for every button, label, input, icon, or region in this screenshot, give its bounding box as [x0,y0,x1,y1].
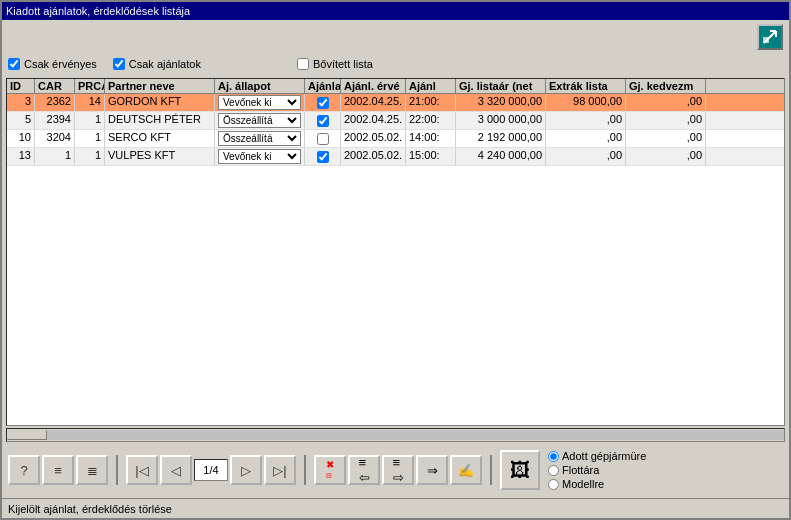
status-dropdown[interactable]: Vevőnek kiÖsszeállítá [218,149,301,164]
csak-ajanlatok-label: Csak ajánlatok [129,58,201,70]
radio-flottara[interactable] [548,465,559,476]
table-cell: 3204 [35,130,75,147]
csak-ajanlatok-checkbox[interactable] [113,58,125,70]
col-header-aj-allapot[interactable]: Aj. állapot [215,79,305,93]
list1-icon: ≡ [54,463,62,478]
table-cell: 5 [7,112,35,129]
sep1 [116,455,118,485]
scrollbar-thumb[interactable] [7,430,47,440]
table-cell: SERCO KFT [105,130,215,147]
table-cell[interactable]: Vevőnek kiÖsszeállítá [215,112,305,129]
radio-modellre-label: Modellre [562,478,604,490]
radio-flottara-label: Flottára [562,464,599,476]
status-dropdown[interactable]: Vevőnek kiÖsszeállítá [218,113,301,128]
table-row[interactable]: 3236214GORDON KFTVevőnek kiÖsszeállítá20… [7,94,784,112]
first-icon: |◁ [135,463,148,478]
ajanlat-checkbox[interactable] [317,115,329,127]
col-header-partner[interactable]: Partner neve [105,79,215,93]
table-cell: 10 [7,130,35,147]
next-button[interactable]: ▷ [230,455,262,485]
bottom-toolbar: ? ≡ ≣ |◁ ◁ 1/4 ▷ ▷| [2,442,789,498]
scrollbar-track [7,430,784,440]
status-text: Kijelölt ajánlat, érdeklődés törlése [8,503,172,515]
table-cell[interactable] [305,112,341,129]
svg-rect-0 [763,37,769,43]
csak-ervenyes-label: Csak érvényes [24,58,97,70]
top-area [2,20,789,52]
table-cell: 14:00: [406,130,456,147]
table-cell: 1 [35,148,75,165]
ajanlat-checkbox[interactable] [317,151,329,163]
col-header-extrak[interactable]: Extrák lista [546,79,626,93]
table-cell[interactable] [305,148,341,165]
action5-button[interactable]: ✍ [450,455,482,485]
col-header-gj-kedvezm[interactable]: Gj. kedvezm [626,79,706,93]
table-cell[interactable]: Vevőnek kiÖsszeállítá [215,94,305,111]
action-group: ✖⊟ ≡⇦ ≡⇨ ⇒ ✍ [314,455,482,485]
action1-icon: ✖⊟ [326,460,334,480]
export-button[interactable] [757,24,783,50]
horizontal-scrollbar[interactable] [6,428,785,442]
table-cell: 1 [75,130,105,147]
bovitett-lista-group: Bővített lista [297,58,373,70]
col-header-ajanlat[interactable]: Ajánlat [305,79,341,93]
table-cell: ,00 [626,112,706,129]
action1-button[interactable]: ✖⊟ [314,455,346,485]
table-cell: ,00 [626,130,706,147]
sep2 [304,455,306,485]
sep3 [490,455,492,485]
col-header-gj-listaar[interactable]: Gj. listaár (net [456,79,546,93]
csak-ervenyes-checkbox[interactable] [8,58,20,70]
table-cell[interactable]: Vevőnek kiÖsszeállítá [215,148,305,165]
help-group: ? ≡ ≣ [8,455,108,485]
action3-button[interactable]: ≡⇨ [382,455,414,485]
table-cell: 22:00: [406,112,456,129]
action4-button[interactable]: ⇒ [416,455,448,485]
table-cell[interactable]: Vevőnek kiÖsszeállítá [215,130,305,147]
table-row[interactable]: 523941DEUTSCH PÉTERVevőnek kiÖsszeállítá… [7,112,784,130]
table-header: ID CAR PRCA Partner neve Aj. állapot Ajá… [7,79,784,94]
list1-button[interactable]: ≡ [42,455,74,485]
table-cell: 3 000 000,00 [456,112,546,129]
action2-button[interactable]: ≡⇦ [348,455,380,485]
col-header-ajval[interactable]: Ajánl [406,79,456,93]
radio-item-gepjarmu: Adott gépjármüre [548,450,646,462]
filter-toolbar: Csak érvényes Csak ajánlatok Bővített li… [2,52,789,76]
last-button[interactable]: ▷| [264,455,296,485]
first-button[interactable]: |◁ [126,455,158,485]
ajanlat-checkbox[interactable] [317,133,329,145]
table-cell: 2394 [35,112,75,129]
col-header-prca[interactable]: PRCA [75,79,105,93]
table-cell: 2 192 000,00 [456,130,546,147]
image-button[interactable]: 🖼 [500,450,540,490]
prev-icon: ◁ [171,463,181,478]
table-cell[interactable] [305,94,341,111]
table-cell[interactable] [305,130,341,147]
table-cell: 2002.04.25. [341,94,406,111]
radio-modellre[interactable] [548,479,559,490]
status-dropdown[interactable]: Vevőnek kiÖsszeállítá [218,131,301,146]
table-cell: 4 240 000,00 [456,148,546,165]
table-cell: 15:00: [406,148,456,165]
status-dropdown[interactable]: Vevőnek kiÖsszeállítá [218,95,301,110]
table-cell: ,00 [546,148,626,165]
col-header-aj-erveny[interactable]: Ajánl. érvé [341,79,406,93]
csak-ervenyes-group: Csak érvényes [8,58,97,70]
table-row[interactable]: 1032041SERCO KFTVevőnek kiÖsszeállítá200… [7,130,784,148]
col-header-car[interactable]: CAR [35,79,75,93]
table-cell: 3 [7,94,35,111]
table-body: 3236214GORDON KFTVevőnek kiÖsszeállítá20… [7,94,784,425]
help-button[interactable]: ? [8,455,40,485]
table-cell: DEUTSCH PÉTER [105,112,215,129]
list2-button[interactable]: ≣ [76,455,108,485]
list2-icon: ≣ [87,463,98,478]
bovitett-lista-checkbox[interactable] [297,58,309,70]
table-row[interactable]: 1311VULPES KFTVevőnek kiÖsszeállítá2002.… [7,148,784,166]
ajanlat-checkbox[interactable] [317,97,329,109]
csak-ajanlatok-group: Csak ajánlatok [113,58,201,70]
right-group: 🖼 Adott gépjármüre Flottára Modellre [500,450,646,490]
col-header-id[interactable]: ID [7,79,35,93]
prev-button[interactable]: ◁ [160,455,192,485]
navigation-group: |◁ ◁ 1/4 ▷ ▷| [126,455,296,485]
radio-gepjarmu[interactable] [548,451,559,462]
